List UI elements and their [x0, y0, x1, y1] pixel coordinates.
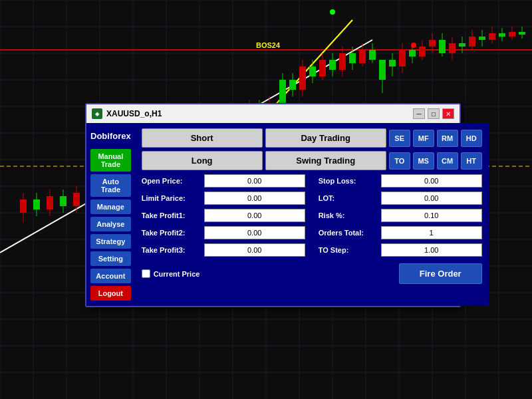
orders-total-label: Orders Total: [319, 229, 378, 237]
risk-label: Risk %: [319, 211, 378, 219]
to-button[interactable]: TO [389, 152, 410, 170]
ht-button[interactable]: HT [461, 152, 482, 170]
take-profit1-label: Take Profit1: [142, 211, 201, 219]
current-price-checkbox[interactable] [142, 269, 150, 278]
sidebar-auto-trade[interactable]: Auto Trade [90, 174, 131, 197]
risk-input[interactable] [381, 209, 482, 222]
maximize-button[interactable]: □ [428, 108, 440, 119]
sidebar-analyse[interactable]: Analyse [90, 217, 131, 231]
short-button[interactable]: Short [142, 128, 263, 148]
cm-button[interactable]: CM [437, 152, 458, 170]
window-title: XAUUSD_o,H1 [106, 109, 162, 118]
rm-button[interactable]: RM [437, 130, 458, 147]
limit-price-input[interactable] [204, 192, 305, 205]
take-profit3-label: Take Profit3: [142, 246, 201, 254]
to-step-input[interactable] [381, 243, 482, 257]
lot-label: LOT: [319, 194, 378, 202]
minimize-button[interactable]: ─ [413, 108, 425, 119]
close-button[interactable]: ✕ [442, 108, 454, 119]
open-price-input[interactable] [204, 174, 305, 188]
title-bar: ◈ XAUUSD_o,H1 ─ □ ✕ [86, 104, 460, 123]
day-trading-button[interactable]: Day Trading [265, 128, 386, 148]
mf-button[interactable]: MF [413, 130, 434, 147]
se-button[interactable]: SE [389, 130, 410, 147]
trading-dialog: ◈ XAUUSD_o,H1 ─ □ ✕ Dobiforex Manual Tra… [85, 103, 461, 307]
sidebar-account[interactable]: Account [90, 269, 131, 283]
fire-order-button[interactable]: Fire Order [399, 263, 482, 284]
sidebar-setting[interactable]: Setting [90, 251, 131, 266]
take-profit3-input[interactable] [204, 243, 305, 257]
app-icon: ◈ [92, 108, 102, 119]
sidebar-manage[interactable]: Manage [90, 200, 131, 214]
take-profit1-input[interactable] [204, 209, 305, 222]
take-profit2-label: Take Profit2: [142, 229, 201, 237]
take-profit2-input[interactable] [204, 226, 305, 239]
hd-button[interactable]: HD [461, 130, 482, 147]
bos-label: BOS24 [256, 41, 280, 49]
right-fields: Stop Loss: LOT: Risk %: Orders Total: [319, 174, 482, 257]
to-step-label: TO Step: [319, 246, 378, 254]
sidebar-strategy[interactable]: Strategy [90, 234, 131, 249]
sidebar-manual-trade[interactable]: Manual Trade [90, 149, 131, 172]
sidebar-logout[interactable]: Logout [90, 286, 131, 301]
limit-price-label: Limit Parice: [142, 194, 201, 202]
swing-trading-button[interactable]: Swing Trading [265, 151, 386, 170]
left-fields: Open Price: Limit Parice: Take Profit1: … [142, 174, 305, 257]
long-button[interactable]: Long [142, 151, 263, 170]
stop-loss-label: Stop Loss: [319, 177, 378, 185]
sidebar: Dobiforex Manual Trade Auto Trade Manage… [86, 123, 135, 306]
orders-total-input[interactable] [381, 226, 482, 239]
lot-input[interactable] [381, 192, 482, 205]
stop-loss-input[interactable] [381, 174, 482, 188]
main-content: Short Day Trading SE MF RM HD Long Swing… [135, 123, 489, 306]
open-price-label: Open Price: [142, 177, 201, 185]
current-price-label: Current Price [154, 270, 200, 278]
brand-label: Dobiforex [90, 128, 131, 144]
ms-button[interactable]: MS [413, 152, 434, 170]
